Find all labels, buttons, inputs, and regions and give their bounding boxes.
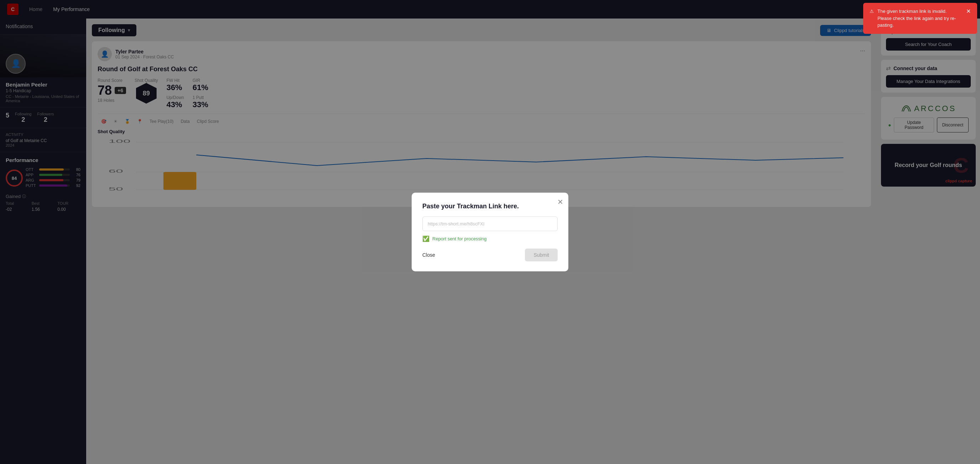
success-message: ✅ Report sent for processing (422, 235, 558, 242)
modal-close-x-button[interactable]: ✕ (557, 198, 563, 206)
check-circle-icon: ✅ (422, 235, 430, 242)
error-toast: ⚠ The given trackman link is invalid. Pl… (863, 3, 977, 34)
modal-overlay: ✕ Paste your Trackman Link here. ✅ Repor… (0, 0, 980, 464)
toast-close-button[interactable]: ✕ (963, 8, 971, 14)
error-message: The given trackman link is invalid. Plea… (877, 8, 960, 29)
modal-submit-button[interactable]: Submit (525, 249, 558, 261)
modal-title: Paste your Trackman Link here. (422, 203, 558, 210)
warning-icon: ⚠ (870, 8, 874, 15)
trackman-modal: ✕ Paste your Trackman Link here. ✅ Repor… (412, 193, 568, 271)
modal-close-button[interactable]: Close (422, 252, 435, 258)
trackman-link-input[interactable] (422, 216, 558, 231)
modal-actions: Close Submit (422, 249, 558, 261)
